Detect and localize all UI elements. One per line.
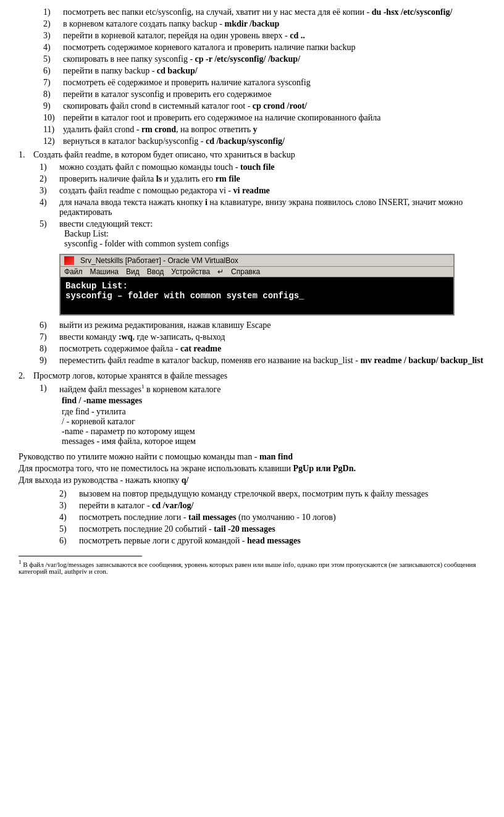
m2-sub-content-6: посмотреть первые логи с другой командой… xyxy=(79,536,301,546)
m1-cmd-8: cat readme xyxy=(180,344,221,353)
sub-item-12: 12) вернуться в каталог backup/sysconfig… xyxy=(43,136,485,146)
m2-sub1-intro: найдем файл messages1 в корневом каталог… xyxy=(59,383,220,395)
m1-sub-2: 2) проверить наличие файла ls и удалить … xyxy=(40,174,485,184)
m2-indent-line-3: -name - параметр по которому ищем xyxy=(62,427,220,437)
m1-cmd-3: vi readme xyxy=(233,186,270,195)
footnote-divider xyxy=(19,556,142,556)
main-num-2: 2. xyxy=(19,371,33,381)
sub-content-12: вернуться в каталог backup/sysconfig - c… xyxy=(63,136,485,146)
sub-num-8: 8) xyxy=(43,90,63,99)
main-content-1: Создать файл readme, в котором будет опи… xyxy=(33,150,485,367)
menu-devices[interactable]: Устройства xyxy=(171,267,210,276)
m1-sub-4: 4) для начала ввода текста нажать кнопку… xyxy=(40,198,485,217)
m1-sub-content-3: создать файл readme с помощью редактора … xyxy=(59,186,270,196)
menu-file[interactable]: Файл xyxy=(64,267,83,276)
footnote-ref-1: 1 xyxy=(141,383,145,390)
m1-sub-content-2: проверить наличие файла ls и удалить его… xyxy=(59,174,240,184)
m2-sub-content-5: посмотреть последние 20 событий - tail -… xyxy=(79,524,275,534)
m1-sub-content-4: для начала ввода текста нажать кнопку i … xyxy=(59,198,485,217)
main-text-1: Создать файл readme, в котором будет опи… xyxy=(33,150,295,159)
m1-sub-7: 7) ввести команду :wq, где w-записать, q… xyxy=(40,332,485,342)
sub-num-10: 10) xyxy=(43,113,63,123)
m2-cmd-3: cd /var/log/ xyxy=(152,501,193,510)
m1-sub5-line2: sysconfig - folder with common system co… xyxy=(64,239,229,249)
m1-cmd-9: mv readme / backup/ backup_list xyxy=(360,356,483,365)
sub-item-10: 10) перейти в каталог root и проверить е… xyxy=(43,113,485,123)
m2-sub-num-3: 3) xyxy=(59,501,79,511)
m2-sub1-indent-block: где find - утилита / - корневой каталог … xyxy=(59,407,220,446)
sub-num-3: 3) xyxy=(43,31,63,41)
main-1-subitems: 1) можно создать файл с помощью команды … xyxy=(33,162,485,366)
m2-sub-num-2: 2) xyxy=(59,489,79,499)
sub-content-6: перейти в папку backup - cd backup/ xyxy=(63,66,485,76)
sub-item-5: 5) скопировать в нее папку sysconfig - c… xyxy=(43,54,485,64)
m1-cmd-4: i xyxy=(205,198,208,207)
menu-machine[interactable]: Машина xyxy=(90,267,119,276)
sub-item-1: 1) посмотреть вес папки etc/sysconfig, н… xyxy=(43,7,485,17)
m1-cmd-7: :wq xyxy=(119,332,133,341)
standalone-note-1: Руководство по утилите можно найти с пом… xyxy=(19,452,485,462)
sub-num-12: 12) xyxy=(43,136,63,146)
m1-cmd-1: touch file xyxy=(240,162,275,172)
sub-item-3: 3) перейти в корневой каталог, перейдя н… xyxy=(43,31,485,41)
m1-sub5-line1: Backup List: xyxy=(64,229,229,239)
sub-num-9: 9) xyxy=(43,101,63,111)
footnote-text: В файл /var/log/messages записываются вс… xyxy=(19,560,476,575)
sub-cmd-2: mkdir /backup xyxy=(225,19,280,28)
footnote-marker: 1 xyxy=(19,559,22,565)
m1-sub-8: 8) посмотреть содержимое файла - cat rea… xyxy=(40,344,485,354)
terminal-line-1: Backup List: xyxy=(65,281,448,291)
m2-sub-content-3: перейти в каталог - cd /var/log/ xyxy=(79,501,193,511)
sub-item-4: 4) посмотреть содержимое корневого катал… xyxy=(43,43,485,52)
sub-item-9: 9) скопировать файл crond в системный ка… xyxy=(43,101,485,111)
sub-content-11: удалить файл crond - rm crond, на вопрос… xyxy=(63,125,485,135)
m2-sub-content-1: найдем файл messages1 в корневом каталог… xyxy=(59,383,220,446)
sub-num-2: 2) xyxy=(43,19,63,29)
menu-input[interactable]: Ввод xyxy=(147,267,164,276)
note-bold-3: q/ xyxy=(182,476,189,485)
menu-view[interactable]: Вид xyxy=(126,267,140,276)
m1-sub-6: 6) выйти из режима редактирования, нажав… xyxy=(40,321,485,330)
sub-content-10: перейти в каталог root и проверить его с… xyxy=(63,113,485,123)
sub-content-3: перейти в корневой каталог, перейдя на о… xyxy=(63,31,485,41)
sub-num-1: 1) xyxy=(43,7,63,17)
sub-cmd-11b: y xyxy=(253,125,258,134)
m1-sub-num-9: 9) xyxy=(40,356,59,366)
sub-cmd-5: cp -r /etc/sysconfig/ /backup/ xyxy=(195,54,300,64)
m1-sub-1: 1) можно создать файл с помощью команды … xyxy=(40,162,485,172)
top-subitems-section: 1) посмотреть вес папки etc/sysconfig, н… xyxy=(19,7,485,146)
note-bold-2: PgUp или PgDn. xyxy=(293,464,356,473)
sub-num-6: 6) xyxy=(43,66,63,76)
sub-item-7: 7) посмотреть её содержимое и проверить … xyxy=(43,78,485,88)
sub-cmd-6: cd backup/ xyxy=(157,66,198,75)
menu-cursor: ↵ xyxy=(217,267,224,276)
m2-cmd-find: find / -name messages xyxy=(62,396,142,405)
main-item-2: 2. Просмотр логов, которые хранятся в фа… xyxy=(19,371,485,448)
main-2-subitems-cont: 2) вызовем на повтор предыдущую команду … xyxy=(19,489,485,546)
sub-content-8: перейти в каталог sysconfig и проверить … xyxy=(63,90,485,99)
sub-cmd-3: cd .. xyxy=(290,31,305,40)
sub-content-9: скопировать файл crond в системный катал… xyxy=(63,101,485,111)
terminal-title: Srv_Netskills [Работает] - Oracle VM Vir… xyxy=(80,256,238,265)
m2-sub-num-6: 6) xyxy=(59,536,79,546)
m1-sub-num-4: 4) xyxy=(40,198,59,207)
m1-sub-9: 9) переместить файл readme в каталог bac… xyxy=(40,356,485,366)
top-sublist: 1) посмотреть вес папки etc/sysconfig, н… xyxy=(43,7,485,146)
menu-help[interactable]: Справка xyxy=(231,267,260,276)
main-text-2: Просмотр логов, которые хранятся в файле… xyxy=(33,371,227,380)
sub-cmd-1: du -hsx /etc/sysconfig/ xyxy=(372,7,453,17)
m1-sub-num-3: 3) xyxy=(40,186,59,196)
sub-item-11: 11) удалить файл crond - rm crond, на во… xyxy=(43,125,485,135)
m1-sub-num-5: 5) xyxy=(40,219,59,229)
m1-cmd-2a: ls xyxy=(156,174,162,183)
m2-cmd-5: tail -20 messages xyxy=(214,524,275,534)
m2-sub-1: 1) найдем файл messages1 в корневом ката… xyxy=(40,383,485,446)
m1-sub-5: 5) ввести следующий текст: Backup List: … xyxy=(40,219,485,249)
terminal-window: Srv_Netskills [Работает] - Oracle VM Vir… xyxy=(59,254,455,316)
m1-sub-num-8: 8) xyxy=(40,344,59,354)
terminal-titlebar: Srv_Netskills [Работает] - Oracle VM Vir… xyxy=(61,255,453,267)
sub-content-2: в корневом каталоге создать папку backup… xyxy=(63,19,485,29)
m1-sub-num-1: 1) xyxy=(40,162,59,172)
m2-indent-line-2: / - корневой каталог xyxy=(62,417,220,427)
main-2-subitems: 1) найдем файл messages1 в корневом ката… xyxy=(33,383,485,446)
